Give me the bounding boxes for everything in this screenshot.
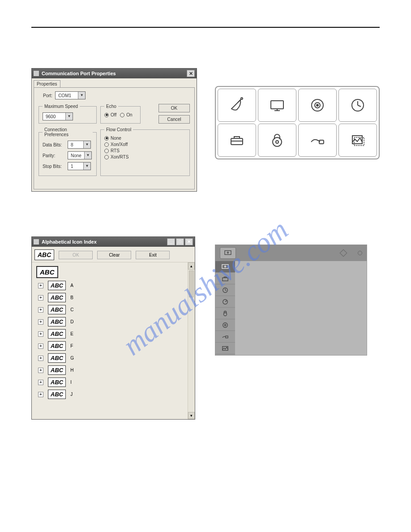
flow-control-group: Flow Control None Xon/Xoff RTS Xon/RTS [100, 127, 190, 176]
flow-xonxoff-radio[interactable]: Xon/Xoff [104, 142, 186, 147]
abc-logo: ABC [34, 249, 54, 260]
scroll-thumb[interactable] [189, 270, 194, 297]
cancel-button[interactable]: Cancel [158, 115, 190, 124]
minimize-button[interactable]: _ [167, 238, 175, 245]
side-plug[interactable] [215, 331, 235, 343]
port-value: COM1 [56, 93, 78, 98]
lock-icon[interactable] [258, 124, 296, 157]
expand-icon[interactable]: + [38, 356, 43, 361]
letter-label: I [70, 380, 72, 385]
abc-item-box: ABC [48, 293, 66, 302]
ok-button[interactable]: OK [158, 104, 190, 112]
echo-off-radio[interactable]: Off [104, 112, 116, 117]
side-speaker[interactable] [215, 319, 235, 331]
letter-label: D [70, 319, 73, 324]
dropdown-icon[interactable]: ▼ [78, 92, 85, 99]
maximize-button[interactable]: □ [176, 238, 184, 245]
connection-preferences-group: Connection Preferences Data Bits: 8 ▼ [39, 127, 97, 176]
letter-label: A [70, 283, 73, 288]
expand-icon[interactable]: + [38, 368, 43, 373]
tree-item[interactable]: +ABCG [36, 353, 188, 363]
abc-item-box: ABC [48, 305, 66, 314]
scrollbar[interactable]: ▴ ▾ [188, 262, 195, 419]
abc-item-box: ABC [48, 390, 66, 399]
expand-icon[interactable]: + [38, 307, 43, 313]
stopbits-select[interactable]: 1 ▼ [68, 162, 91, 170]
app-icon [34, 71, 39, 76]
submenu-panel [215, 245, 367, 356]
satellite-icon[interactable] [218, 89, 256, 122]
plug-icon[interactable] [298, 124, 337, 157]
submenu-sidebar [215, 261, 235, 355]
side-lock[interactable] [215, 308, 235, 319]
tree-item[interactable]: +ABCE [36, 329, 188, 339]
speaker-icon[interactable] [298, 89, 337, 122]
tree-root[interactable]: ABC [36, 266, 58, 278]
stopbits-label: Stop Bits: [43, 164, 65, 169]
dialog-titlebar: Alphabetical Icon Index _ □ ✕ [32, 237, 195, 247]
properties-tab[interactable]: Properties [34, 80, 60, 87]
clock-icon[interactable] [338, 89, 377, 122]
port-select[interactable]: COM1 ▼ [55, 91, 86, 99]
maxspeed-select[interactable]: 9600 ▼ [43, 112, 73, 120]
side-plus-monitor[interactable] [215, 261, 235, 273]
svg-point-14 [276, 141, 278, 143]
echo-on-radio[interactable]: On [120, 112, 132, 117]
abc-item-box: ABC [48, 281, 66, 290]
databits-select[interactable]: 8 ▼ [68, 141, 91, 149]
exit-button[interactable]: Exit [136, 251, 170, 259]
submenu-header [215, 245, 367, 261]
svg-rect-15 [319, 140, 324, 144]
tree-item[interactable]: +ABCB [36, 293, 188, 302]
side-toolbox[interactable] [215, 273, 235, 284]
svg-rect-2 [271, 101, 283, 109]
svg-line-29 [225, 300, 227, 302]
svg-point-1 [241, 98, 243, 99]
expand-icon[interactable]: + [38, 283, 43, 288]
close-button[interactable]: ✕ [187, 70, 195, 77]
clear-button[interactable]: Clear [97, 251, 131, 259]
tree-item[interactable]: +ABCC [36, 305, 188, 314]
tree-item[interactable]: +ABCD [36, 317, 188, 326]
abc-item-box: ABC [48, 341, 66, 351]
tree-item[interactable]: +ABCJ [36, 390, 188, 399]
connection-preferences-legend: Connection Preferences [43, 127, 93, 137]
dropdown-icon[interactable]: ▼ [83, 163, 90, 170]
side-picture[interactable] [215, 343, 235, 354]
dropdown-icon[interactable]: ▼ [83, 141, 90, 148]
letter-label: C [70, 307, 73, 312]
tree-item[interactable]: +ABCA [36, 281, 188, 290]
dialog-titlebar: Communication Port Properties ✕ [32, 69, 197, 78]
letter-label: F [70, 343, 73, 348]
parity-label: Parity: [43, 153, 65, 158]
expand-icon[interactable]: + [38, 331, 43, 337]
picture-icon[interactable] [338, 124, 377, 157]
tree-item[interactable]: +ABCH [36, 365, 188, 375]
flow-none-radio[interactable]: None [104, 136, 186, 141]
icon-tree: ABC +ABCA+ABCB+ABCC+ABCD+ABCE+ABCF+ABCG+… [32, 262, 188, 419]
monitor-icon[interactable] [258, 89, 296, 122]
side-gauge[interactable] [215, 296, 235, 308]
expand-icon[interactable]: + [38, 319, 43, 325]
expand-icon[interactable]: + [38, 392, 43, 397]
dropdown-icon[interactable]: ▼ [65, 113, 73, 120]
tree-item[interactable]: +ABCF [36, 341, 188, 351]
expand-icon[interactable]: + [38, 380, 43, 385]
header-monitor-icon[interactable] [220, 247, 236, 259]
abc-item-box: ABC [48, 329, 66, 339]
flow-xonrts-radio[interactable]: Xon/RTS [104, 154, 186, 159]
flow-rts-radio[interactable]: RTS [104, 148, 186, 153]
svg-line-27 [225, 290, 227, 291]
abc-item-box: ABC [48, 317, 66, 326]
close-button[interactable]: ✕ [185, 238, 193, 245]
toolbox-icon[interactable] [218, 124, 256, 157]
expand-icon[interactable]: + [38, 343, 43, 349]
dropdown-icon[interactable]: ▼ [84, 152, 91, 159]
side-clock[interactable] [215, 284, 235, 296]
parity-select[interactable]: None ▼ [68, 151, 92, 159]
expand-icon[interactable]: + [38, 295, 43, 300]
scroll-up-button[interactable]: ▴ [188, 262, 195, 270]
scroll-down-button[interactable]: ▾ [188, 412, 195, 419]
echo-legend: Echo [104, 104, 118, 109]
tree-item[interactable]: +ABCI [36, 378, 188, 387]
